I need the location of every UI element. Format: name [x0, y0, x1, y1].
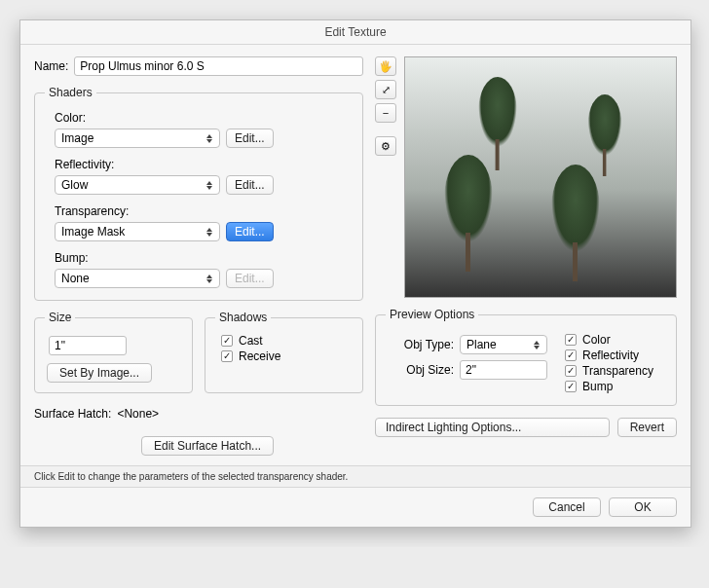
transparency-label: Transparency:: [55, 204, 353, 218]
po-transparency-label: Transparency: [582, 364, 653, 378]
reflectivity-select-value: Glow: [61, 178, 88, 192]
obj-type-value: Plane: [466, 338, 497, 351]
reflectivity-edit-button[interactable]: Edit...: [226, 175, 274, 195]
obj-size-input[interactable]: [460, 360, 547, 380]
receive-checkbox[interactable]: [221, 350, 233, 362]
receive-label: Receive: [239, 349, 280, 363]
hint-text: Click Edit to change the parameters of t…: [20, 465, 690, 488]
hand-tool-icon[interactable]: 🖐: [375, 56, 396, 76]
shaders-group: Shaders Color: Image Edit... Reflectivit…: [34, 86, 363, 301]
po-color-label: Color: [582, 333, 611, 347]
indirect-lighting-button[interactable]: Indirect Lighting Options...: [375, 418, 610, 437]
color-select[interactable]: Image: [55, 129, 220, 148]
preview-options-legend: Preview Options: [386, 308, 478, 321]
reflectivity-label: Reflectivity:: [55, 158, 353, 171]
bump-select-value: None: [61, 272, 90, 285]
name-input[interactable]: [74, 56, 363, 76]
shaders-legend: Shaders: [45, 86, 96, 99]
po-reflectivity-label: Reflectivity: [582, 349, 639, 362]
window-title: Edit Texture: [20, 20, 690, 45]
name-label: Name:: [34, 59, 68, 73]
edit-surface-hatch-button[interactable]: Edit Surface Hatch...: [141, 436, 274, 456]
po-color-checkbox[interactable]: [565, 334, 577, 346]
edit-texture-dialog: Edit Texture Name: Shaders Color: Image …: [19, 19, 691, 528]
color-select-value: Image: [61, 131, 93, 145]
size-input[interactable]: [49, 336, 127, 355]
size-group: Size Set By Image...: [34, 311, 193, 393]
preview-viewport[interactable]: [404, 56, 677, 298]
transparency-select-value: Image Mask: [61, 225, 125, 239]
ok-button[interactable]: OK: [609, 497, 677, 517]
color-label: Color:: [55, 111, 353, 125]
right-column: 🖐 ⤢ − ⚙ Preview Options: [375, 56, 677, 456]
preview-tools: 🖐 ⤢ − ⚙: [375, 56, 396, 298]
surface-hatch-label: Surface Hatch:: [34, 407, 111, 421]
color-edit-button[interactable]: Edit...: [226, 129, 274, 148]
surface-hatch-value: <None>: [117, 407, 159, 421]
preview-options-group: Preview Options Obj Type: Plane Obj Size…: [375, 308, 677, 406]
obj-size-label: Obj Size:: [397, 363, 454, 377]
shadows-legend: Shadows: [215, 311, 271, 324]
transparency-select[interactable]: Image Mask: [55, 222, 220, 241]
obj-type-select[interactable]: Plane: [460, 335, 547, 354]
po-bump-checkbox[interactable]: [565, 381, 577, 392]
reflectivity-select[interactable]: Glow: [55, 175, 220, 195]
bump-edit-button: Edit...: [226, 269, 274, 288]
revert-button[interactable]: Revert: [617, 418, 677, 437]
preview-options-icon[interactable]: ⚙: [375, 136, 396, 156]
shadows-group: Shadows Cast Receive: [205, 311, 363, 393]
po-reflectivity-checkbox[interactable]: [565, 349, 577, 361]
size-legend: Size: [45, 311, 75, 324]
obj-type-label: Obj Type:: [397, 338, 454, 351]
cancel-button[interactable]: Cancel: [533, 497, 601, 517]
po-bump-label: Bump: [582, 380, 613, 393]
bump-select[interactable]: None: [55, 269, 220, 288]
cast-checkbox[interactable]: [221, 335, 233, 347]
transparency-edit-button[interactable]: Edit...: [226, 222, 274, 241]
zoom-fit-icon[interactable]: ⤢: [375, 80, 396, 99]
zoom-out-icon[interactable]: −: [375, 103, 396, 123]
bump-label: Bump:: [55, 251, 353, 265]
po-transparency-checkbox[interactable]: [565, 365, 577, 377]
set-by-image-button[interactable]: Set By Image...: [47, 363, 152, 383]
left-column: Name: Shaders Color: Image Edit... Refle…: [34, 56, 363, 456]
cast-label: Cast: [239, 334, 263, 348]
